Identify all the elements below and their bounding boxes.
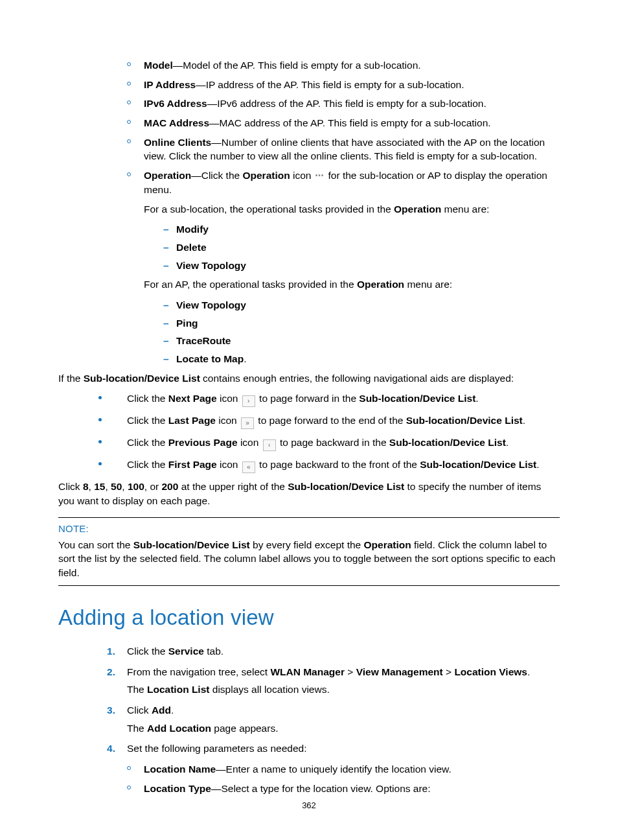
- sep: >: [443, 666, 455, 677]
- text: to page forward to the end of the: [255, 415, 406, 426]
- field-operation: Operation—Click the Operation icon ••• f…: [127, 169, 560, 366]
- page-size: 100: [128, 481, 144, 492]
- term: MAC Address: [144, 117, 209, 128]
- subloc-tasks: Modify Delete View Topology: [161, 222, 560, 272]
- label: View Topology: [176, 260, 246, 271]
- param-location-type: Location Type—Select a type for the loca…: [127, 782, 560, 796]
- text: menu are:: [404, 279, 452, 290]
- task-ping: Ping: [161, 316, 560, 331]
- field-model: Model—Model of the AP. This field is emp…: [127, 58, 560, 73]
- text: , or: [144, 481, 162, 492]
- button-name: Add: [152, 705, 171, 716]
- text: .: [536, 459, 539, 470]
- label: Previous Page: [168, 437, 238, 448]
- list-name: Location List: [147, 684, 209, 695]
- text: Click: [58, 481, 83, 492]
- page-name: Add Location: [147, 723, 211, 734]
- text: For an AP, the operational tasks provide…: [144, 279, 357, 290]
- desc: —MAC address of the AP. This field is em…: [209, 117, 491, 128]
- page-size: 15: [94, 481, 105, 492]
- steps: 1. Click the Service tab. 2. From the na…: [101, 644, 560, 796]
- field-ip: IP Address—IP address of the AP. This fi…: [127, 78, 560, 92]
- ellipsis-icon: •••: [315, 171, 325, 180]
- step-2: 2. From the navigation tree, select WLAN…: [101, 665, 560, 697]
- label: Ping: [176, 318, 198, 329]
- text: If the: [58, 373, 84, 384]
- step-number: 2.: [97, 665, 115, 679]
- text: icon: [217, 393, 241, 404]
- text: You can sort the: [58, 539, 133, 550]
- ap-intro: For an AP, the operational tasks provide…: [144, 277, 560, 292]
- pager-para: Click 8, 15, 50, 100, or 200 at the uppe…: [58, 480, 560, 508]
- step-2-sub: The Location List displays all location …: [127, 682, 560, 697]
- nav-aids: Click the Next Page icon › to page forwa…: [101, 391, 560, 473]
- text: .: [523, 415, 525, 426]
- page-size: 50: [111, 481, 122, 492]
- text: .: [506, 437, 509, 448]
- label: Last Page: [168, 415, 216, 426]
- desc: —Enter a name to uniquely identify the l…: [216, 764, 452, 775]
- text: .: [527, 666, 530, 677]
- operation-word: Operation: [364, 539, 411, 550]
- task-traceroute: TraceRoute: [161, 334, 560, 348]
- text: page appears.: [211, 723, 278, 734]
- first-page-icon: «: [242, 461, 255, 473]
- term: Online Clients: [144, 137, 211, 148]
- text: ,: [89, 481, 95, 492]
- text: contains enough entries, the following n…: [200, 373, 514, 384]
- ap-tasks: View Topology Ping TraceRoute Locate to …: [161, 298, 560, 366]
- text: —Click the: [191, 170, 242, 181]
- text: Click: [127, 705, 152, 716]
- page-size: 8: [83, 481, 89, 492]
- page-size: 200: [161, 481, 178, 492]
- operation-word: Operation: [357, 279, 404, 290]
- term: Operation: [144, 170, 191, 181]
- text: The: [127, 723, 147, 734]
- field-ipv6: IPv6 Address—IPv6 address of the AP. Thi…: [127, 97, 560, 111]
- text: ,: [105, 481, 111, 492]
- desc: —Model of the AP. This field is empty fo…: [173, 60, 421, 71]
- text: to page forward in the: [257, 393, 360, 404]
- text: From the navigation tree, select: [127, 666, 270, 677]
- step-4: 4. Set the following parameters as neede…: [101, 741, 560, 795]
- text: Click the: [127, 415, 168, 426]
- step-number: 1.: [97, 644, 115, 659]
- nav-prev: Click the Previous Page icon ‹ to page b…: [101, 436, 560, 451]
- page: Model—Model of the AP. This field is emp…: [0, 0, 618, 840]
- term: Model: [144, 60, 173, 71]
- text: by every field except the: [250, 539, 364, 550]
- list-name: Sub-location/Device List: [420, 459, 536, 470]
- list-name: Sub-location/Device List: [84, 373, 200, 384]
- text: displays all location views.: [209, 684, 329, 695]
- list-name: Sub-location/Device List: [288, 481, 404, 492]
- nav-next: Click the Next Page icon › to page forwa…: [101, 391, 560, 407]
- step-1: 1. Click the Service tab.: [101, 644, 560, 659]
- list-name: Sub-location/Device List: [406, 415, 523, 426]
- text: .: [171, 705, 174, 716]
- task-modify: Modify: [161, 222, 560, 237]
- step-number: 4.: [97, 741, 115, 756]
- label: View Topology: [176, 299, 246, 310]
- iconword: Operation: [242, 170, 290, 181]
- field-mac: MAC Address—MAC address of the AP. This …: [127, 116, 560, 130]
- text: The: [127, 684, 147, 695]
- task-view-topology: View Topology: [161, 259, 560, 273]
- text: at the upper right of the: [178, 481, 288, 492]
- nav-last: Click the Last Page icon » to page forwa…: [101, 414, 560, 429]
- text: For a sub-location, the operational task…: [144, 204, 394, 215]
- task-delete: Delete: [161, 240, 560, 255]
- content-area: Model—Model of the AP. This field is emp…: [104, 58, 560, 796]
- desc: —Select a type for the location view. Op…: [211, 783, 431, 794]
- text: ,: [122, 481, 128, 492]
- nav-path: WLAN Manager: [270, 666, 345, 677]
- text: to page backward to the front of the: [257, 459, 420, 470]
- label: Next Page: [168, 393, 217, 404]
- subloc-intro: For a sub-location, the operational task…: [144, 202, 560, 216]
- section-heading: Adding a location view: [58, 603, 560, 633]
- text: Set the following parameters as needed:: [127, 743, 306, 754]
- label: First Page: [168, 459, 217, 470]
- next-page-icon: ›: [242, 395, 255, 407]
- field-online-clients: Online Clients—Number of online clients …: [127, 135, 560, 163]
- step-3-sub: The Add Location page appears.: [127, 721, 560, 736]
- label: Delete: [176, 242, 207, 253]
